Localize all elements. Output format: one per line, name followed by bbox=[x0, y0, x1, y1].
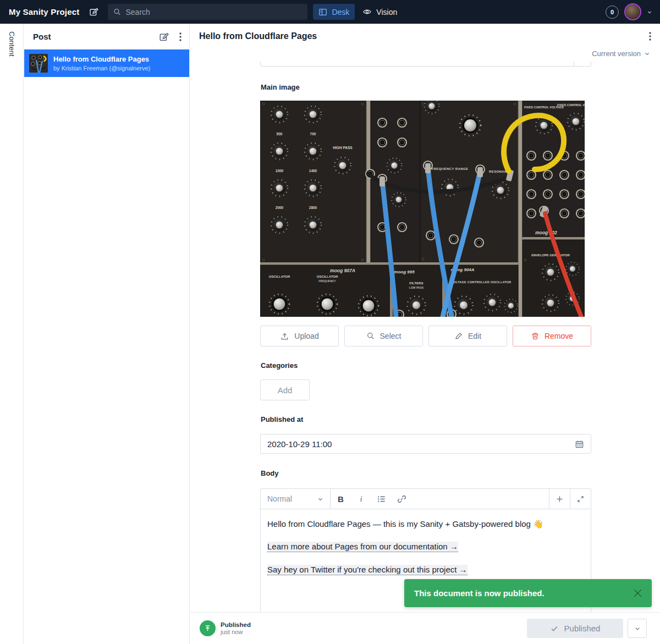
editor-pane: Hello from Cloudflare Pages Current vers… bbox=[190, 24, 660, 644]
style-select[interactable]: Normal bbox=[261, 489, 331, 509]
list-item-subtitle: by Kristian Freeman (@signalnerve) bbox=[53, 64, 150, 72]
toast-message: This document is now published. bbox=[414, 588, 544, 598]
kebab-icon bbox=[179, 32, 182, 41]
sanity-studio: My Sanity Project Desk bbox=[0, 0, 660, 644]
chevron-down-icon bbox=[317, 496, 323, 502]
photo-label-moog-907a: moog 907A bbox=[330, 268, 355, 273]
photo-label-2800: 2800 bbox=[309, 206, 317, 210]
photo-label-1000: 1000 bbox=[276, 169, 284, 173]
bullet-list-button[interactable] bbox=[371, 489, 392, 509]
photo-label-moog-902: moog 902 bbox=[535, 230, 557, 235]
chevron-down-icon bbox=[634, 625, 641, 632]
search-field[interactable] bbox=[125, 8, 302, 16]
publish-menu-button[interactable] bbox=[628, 619, 647, 638]
italic-button[interactable]: i bbox=[351, 489, 371, 509]
eye-icon bbox=[362, 7, 372, 16]
document-list-pane: Post bbox=[24, 24, 190, 644]
document-header: Hello from Cloudflare Pages bbox=[190, 24, 660, 48]
new-document-button[interactable] bbox=[89, 7, 98, 16]
document-title: Hello from Cloudflare Pages bbox=[199, 31, 317, 41]
published-at-label: Published at bbox=[261, 415, 303, 423]
compose-icon bbox=[89, 7, 98, 16]
photo-label-500: 500 bbox=[277, 132, 283, 136]
tab-desk[interactable]: Desk bbox=[313, 4, 355, 20]
body-link-twitter[interactable]: Say hey on Twitter if you're checking ou… bbox=[267, 565, 468, 575]
version-label: Current version bbox=[592, 49, 641, 58]
main-area: Content Post bbox=[0, 24, 660, 644]
body-link-documentation[interactable]: Learn more about Pages from our document… bbox=[267, 542, 458, 552]
pane-menu-button[interactable] bbox=[179, 32, 182, 41]
top-navbar: My Sanity Project Desk bbox=[0, 0, 660, 24]
version-selector[interactable]: Current version bbox=[592, 49, 650, 58]
calendar-button[interactable] bbox=[575, 439, 584, 449]
upload-icon bbox=[280, 332, 289, 341]
photo-label-low-pass: LOW PASS bbox=[409, 286, 424, 289]
expand-icon bbox=[576, 495, 585, 503]
document-footer: Published just now Published bbox=[190, 612, 660, 644]
trash-icon bbox=[531, 332, 540, 340]
sidebar-content-strip: Content bbox=[0, 24, 24, 644]
published-at-value: 2020-10-29 11:00 bbox=[267, 439, 332, 449]
photo-label-fixed-cv-2: FIXED CONTROL VOLTAGE bbox=[557, 103, 585, 107]
calendar-icon bbox=[575, 439, 584, 449]
create-new-document-button[interactable] bbox=[159, 32, 169, 42]
photo-label-high-pass: HIGH PASS bbox=[333, 146, 353, 150]
main-image-label: Main image bbox=[261, 83, 300, 91]
tab-vision[interactable]: Vision bbox=[357, 4, 403, 20]
insert-block-button[interactable] bbox=[549, 489, 570, 509]
body-paragraph[interactable]: Hello from Cloudflare Pages — this is my… bbox=[267, 519, 584, 530]
toast-success: This document is now published. bbox=[404, 579, 652, 607]
edit-button[interactable]: Edit bbox=[428, 326, 507, 346]
remove-button[interactable]: Remove bbox=[513, 326, 591, 346]
tab-vision-label: Vision bbox=[376, 8, 397, 16]
check-icon bbox=[550, 624, 559, 633]
tab-desk-label: Desk bbox=[332, 8, 349, 16]
body-toolbar: Normal B i bbox=[261, 489, 591, 509]
add-category-button[interactable]: Add bbox=[260, 379, 310, 400]
photo-label-envelope-generator: ENVELOPE GENERATOR bbox=[531, 254, 570, 257]
fullscreen-button[interactable] bbox=[570, 489, 591, 509]
edit-button-label: Edit bbox=[468, 332, 481, 340]
document-thumbnail bbox=[29, 54, 48, 73]
project-title[interactable]: My Sanity Project bbox=[9, 7, 79, 16]
photo-label-700: 700 bbox=[310, 132, 316, 136]
photo-label-filters: FILTERS bbox=[409, 281, 423, 285]
search-input[interactable] bbox=[108, 4, 307, 20]
photo-label-vco: VOLTAGE CONTROLLED OSCILLATOR bbox=[452, 280, 512, 284]
avatar[interactable] bbox=[624, 3, 641, 20]
chevron-down-icon bbox=[644, 51, 650, 57]
publish-status-icon bbox=[200, 620, 216, 636]
photo-label-oscillator: OSCILLATOR bbox=[317, 275, 338, 278]
document-menu-button[interactable] bbox=[649, 32, 651, 41]
upload-button-label: Upload bbox=[294, 332, 318, 340]
select-button-label: Select bbox=[380, 332, 402, 340]
photo-label-frequency-range: FREQUENCY RANGE bbox=[432, 167, 469, 170]
upload-button[interactable]: Upload bbox=[260, 326, 339, 346]
categories-label: Categories bbox=[261, 361, 298, 370]
status-badge[interactable]: 0 bbox=[606, 5, 619, 19]
image-actions: Upload Select Edit bbox=[260, 326, 591, 346]
publish-status-time: just now bbox=[221, 629, 251, 635]
photo-label-2000: 2000 bbox=[276, 206, 284, 210]
pane-title: Post bbox=[33, 32, 51, 41]
main-image-photo[interactable]: 500 700 1000 1400 2000 2800 HIGH PASS bbox=[260, 101, 585, 317]
kebab-icon bbox=[649, 32, 651, 41]
search-icon bbox=[366, 332, 375, 340]
select-button[interactable]: Select bbox=[344, 326, 423, 346]
publish-button-label: Published bbox=[564, 624, 601, 633]
sidebar-content-label[interactable]: Content bbox=[8, 31, 16, 57]
published-at-input[interactable]: 2020-10-29 11:00 bbox=[260, 434, 591, 454]
slug-field-partial[interactable] bbox=[260, 62, 591, 67]
publish-button[interactable]: Published bbox=[527, 619, 623, 638]
photo-label-moog-995: moog 995 bbox=[394, 269, 415, 274]
plus-icon bbox=[555, 494, 564, 504]
link-button[interactable] bbox=[392, 489, 412, 509]
publish-status-title: Published bbox=[221, 621, 251, 628]
bold-button[interactable]: B bbox=[331, 489, 351, 509]
body-label: Body bbox=[261, 469, 279, 477]
chevron-down-icon[interactable] bbox=[647, 9, 652, 15]
list-item[interactable]: Hello from Cloudflare Pages by Kristian … bbox=[24, 49, 189, 77]
close-icon[interactable] bbox=[634, 589, 642, 597]
remove-button-label: Remove bbox=[544, 332, 573, 340]
photo-label-oscillator-frequency: FREQUENCY bbox=[318, 279, 336, 283]
